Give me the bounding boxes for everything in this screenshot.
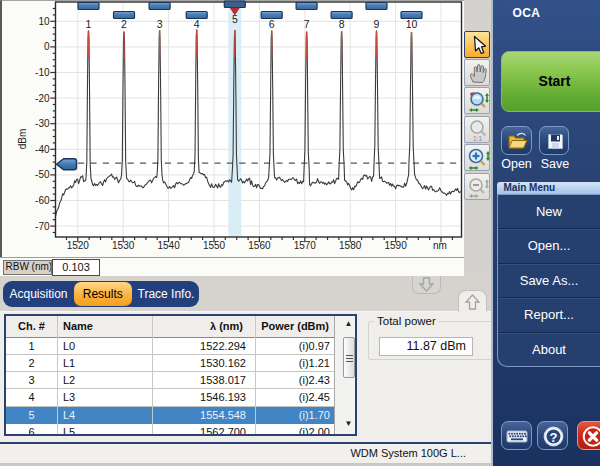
svg-text:-10: -10 — [35, 67, 50, 78]
svg-text:-50: -50 — [35, 169, 50, 180]
svg-text:1590: 1590 — [384, 240, 407, 251]
svg-text:dBm: dBm — [17, 129, 28, 150]
svg-text:-40: -40 — [35, 144, 50, 155]
svg-text:1540: 1540 — [157, 240, 180, 251]
svg-text:-30: -30 — [35, 118, 50, 129]
svg-text:-60: -60 — [35, 195, 50, 206]
svg-text:1:1: 1:1 — [473, 135, 482, 142]
svg-text:7: 7 — [304, 18, 310, 30]
svg-text:1580: 1580 — [339, 240, 362, 251]
svg-text:5: 5 — [232, 13, 238, 25]
svg-text:1530: 1530 — [112, 240, 135, 251]
svg-text:1550: 1550 — [203, 240, 226, 251]
svg-text:-70: -70 — [35, 221, 50, 232]
svg-text:0: 0 — [44, 41, 50, 52]
svg-text:6: 6 — [269, 18, 275, 30]
svg-text:?: ? — [550, 429, 558, 444]
svg-text:1560: 1560 — [248, 240, 271, 251]
svg-text:4: 4 — [194, 18, 200, 30]
svg-text:nm: nm — [433, 240, 447, 251]
svg-text:-20: -20 — [35, 93, 50, 104]
svg-text:10: 10 — [38, 16, 50, 27]
svg-text:8: 8 — [339, 18, 345, 30]
svg-text:1570: 1570 — [294, 240, 317, 251]
svg-text:9: 9 — [374, 18, 380, 30]
svg-text:3: 3 — [157, 18, 163, 30]
svg-text:1520: 1520 — [67, 240, 90, 251]
svg-text:2: 2 — [121, 18, 127, 30]
svg-text:10: 10 — [406, 18, 418, 30]
svg-text:1: 1 — [86, 18, 92, 30]
